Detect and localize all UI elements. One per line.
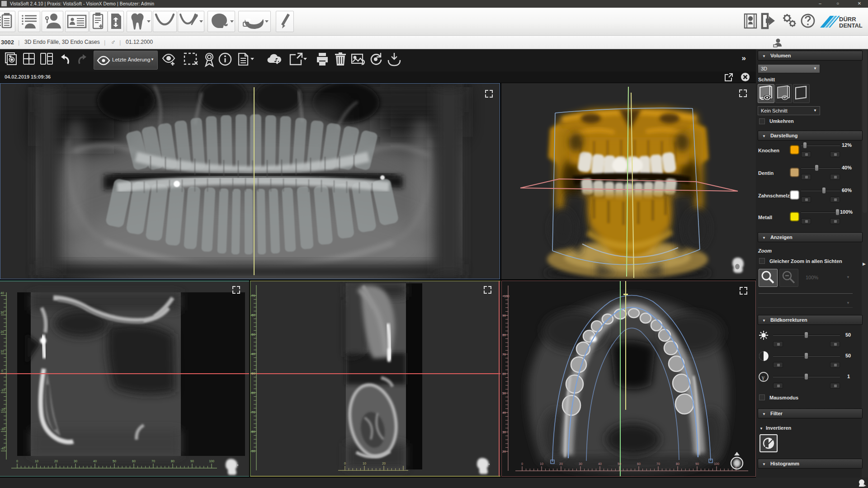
svg-text:30: 30 (0, 311, 4, 314)
svg-text:DÜRR: DÜRR (839, 16, 856, 23)
svg-text:-40: -40 (0, 447, 5, 450)
svg-text:60: 60 (637, 462, 641, 465)
svg-text:50: 50 (502, 392, 506, 395)
svg-text:-60: -60 (250, 314, 255, 317)
svg-text:20: 20 (559, 462, 563, 465)
svg-text:10: 10 (363, 462, 366, 465)
svg-text:40: 40 (502, 411, 506, 414)
svg-text:90: 90 (190, 460, 194, 463)
svg-text:20: 20 (0, 330, 4, 333)
svg-text:-50: -50 (250, 333, 255, 336)
svg-text:10: 10 (35, 460, 38, 463)
svg-text:10: 10 (540, 462, 543, 465)
svg-text:70: 70 (502, 353, 506, 356)
svg-text:-10: -10 (0, 389, 5, 392)
svg-text:40: 40 (93, 460, 97, 463)
svg-text:DENTAL: DENTAL (839, 22, 863, 29)
svg-text:-70: -70 (250, 294, 255, 297)
svg-text:-80: -80 (250, 430, 255, 433)
svg-text:0: 0 (521, 462, 523, 465)
svg-text:40: 40 (0, 291, 4, 295)
svg-text:40: 40 (598, 462, 602, 465)
svg-text:100: 100 (209, 460, 214, 463)
svg-text:30: 30 (579, 462, 582, 465)
svg-text:0: 0 (1, 369, 3, 372)
svg-text:-30: -30 (0, 427, 5, 431)
svg-text:100: 100 (714, 462, 719, 465)
svg-text:0: 0 (16, 460, 18, 463)
svg-text:10: 10 (0, 350, 4, 353)
svg-text:30: 30 (74, 460, 77, 463)
svg-text:80: 80 (502, 333, 506, 337)
svg-text:20: 20 (502, 450, 506, 453)
svg-text:70: 70 (656, 462, 660, 465)
svg-text:γ: γ (761, 374, 764, 380)
svg-text:20: 20 (54, 460, 58, 463)
svg-text:50: 50 (113, 460, 116, 463)
svg-text:60: 60 (502, 372, 506, 375)
svg-text:0: 0 (344, 462, 346, 465)
svg-text:-60: -60 (250, 391, 255, 394)
svg-text:80: 80 (676, 462, 679, 465)
svg-text:90: 90 (695, 462, 699, 465)
svg-text:50: 50 (618, 462, 621, 465)
svg-text:90: 90 (502, 314, 506, 317)
svg-text:-40: -40 (250, 352, 255, 356)
svg-text:30: 30 (502, 431, 506, 434)
svg-text:70: 70 (151, 460, 155, 463)
svg-text:+100: +100 (502, 295, 509, 298)
svg-text:-90: -90 (250, 450, 255, 453)
svg-text:-70: -70 (250, 411, 255, 414)
svg-text:20: 20 (382, 462, 386, 465)
svg-text:60: 60 (132, 460, 136, 463)
svg-text:-50: -50 (250, 372, 255, 375)
svg-text:-20: -20 (0, 408, 5, 411)
svg-text:80: 80 (171, 460, 175, 463)
